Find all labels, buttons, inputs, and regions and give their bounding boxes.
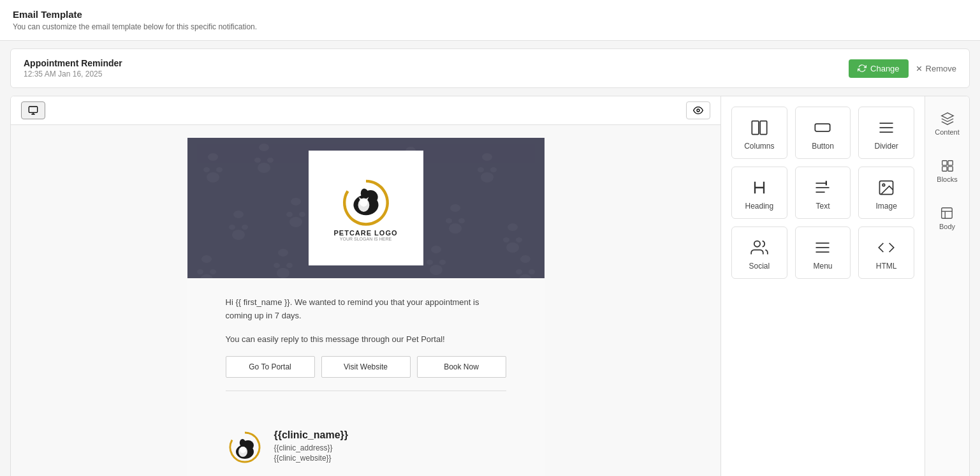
email-footer: {{clinic_name}} {{clinic_address}} {{cli… [187, 419, 545, 476]
canvas-toolbar [11, 96, 720, 125]
svg-point-56 [439, 260, 446, 265]
svg-point-52 [286, 263, 293, 268]
svg-point-26 [233, 211, 244, 218]
email-body-text: Hi {{ first_name }}. We wanted to remind… [226, 296, 506, 323]
email-divider [226, 390, 506, 391]
html-icon [877, 239, 895, 257]
block-html-label: HTML [876, 262, 897, 271]
svg-point-42 [508, 223, 518, 231]
svg-point-11 [254, 158, 261, 163]
svg-point-50 [278, 249, 288, 257]
tab-content-label: Content [935, 128, 960, 136]
tab-content[interactable]: Content [930, 107, 965, 141]
svg-rect-2 [29, 107, 37, 112]
heading-icon-h [750, 179, 768, 197]
remove-button[interactable]: Remove [915, 64, 956, 73]
block-columns[interactable]: Columns [731, 107, 787, 159]
block-html[interactable]: HTML [858, 227, 914, 279]
svg-point-49 [200, 274, 213, 278]
template-name: Appointment Reminder [24, 58, 122, 68]
svg-rect-76 [815, 124, 830, 131]
template-bar: Appointment Reminder 12:35 AM Jan 16, 20… [10, 48, 970, 88]
tab-body[interactable]: Body [934, 201, 960, 235]
tab-blocks[interactable]: Blocks [932, 154, 962, 188]
svg-point-13 [258, 163, 270, 173]
svg-point-44 [516, 237, 522, 242]
svg-point-41 [449, 223, 462, 234]
page-header: Email Template You can customize the ema… [0, 0, 980, 41]
svg-point-59 [516, 269, 522, 274]
svg-point-30 [291, 198, 301, 205]
visit-website-button[interactable]: Visit Website [321, 356, 411, 378]
canvas-area: PETCARE LOGO YOUR SLOGAN IS HERE Hi {{ f… [11, 96, 720, 476]
svg-rect-87 [947, 161, 952, 165]
sidebar: Columns Button Divider [720, 96, 969, 476]
template-actions: Change Remove [849, 59, 956, 78]
svg-point-29 [232, 230, 245, 240]
block-divider[interactable]: Divider [858, 107, 914, 159]
block-button-label: Button [812, 142, 834, 151]
svg-rect-90 [942, 208, 953, 219]
body-tab-icon [940, 206, 954, 220]
block-text[interactable]: Text [795, 167, 851, 219]
menu-icon [814, 239, 831, 257]
svg-rect-74 [752, 121, 759, 135]
svg-rect-89 [947, 167, 952, 171]
sidebar-right-tabs: Content Blocks Body [925, 96, 969, 476]
svg-point-81 [882, 184, 885, 186]
svg-point-45 [506, 242, 519, 253]
svg-point-9 [207, 172, 219, 182]
footer-logo [226, 429, 264, 468]
block-button[interactable]: Button [795, 107, 851, 159]
block-columns-label: Columns [744, 142, 774, 151]
editor-wrapper: PETCARE LOGO YOUR SLOGAN IS HERE Hi {{ f… [10, 96, 970, 476]
block-text-label: Text [815, 202, 830, 211]
block-heading[interactable]: Heading [731, 167, 787, 219]
logo-box: PETCARE LOGO YOUR SLOGAN IS HERE [309, 151, 423, 265]
page-title: Email Template [13, 9, 967, 20]
preview-button[interactable] [686, 101, 710, 119]
svg-point-43 [503, 237, 509, 242]
svg-point-5 [697, 109, 699, 112]
svg-point-25 [481, 172, 494, 182]
block-divider-label: Divider [874, 142, 898, 151]
image-icon [877, 179, 895, 197]
block-heading-label: Heading [745, 202, 773, 211]
block-social[interactable]: Social [731, 227, 787, 279]
svg-point-55 [427, 260, 433, 265]
go-to-portal-button[interactable]: Go To Portal [226, 356, 315, 378]
block-social-label: Social [749, 262, 770, 271]
svg-point-27 [229, 225, 235, 230]
svg-point-38 [450, 204, 460, 212]
email-reply-text: You can easily reply to this message thr… [226, 333, 506, 346]
svg-point-53 [277, 268, 289, 278]
block-image-label: Image [875, 202, 896, 211]
footer-info: {{clinic_name}} {{clinic_address}} {{cli… [274, 429, 506, 463]
svg-point-24 [490, 167, 497, 172]
text-icon [814, 179, 831, 197]
block-menu[interactable]: Menu [795, 227, 851, 279]
block-image[interactable]: Image [858, 167, 914, 219]
page-subtitle: You can customize the email template bel… [13, 22, 967, 31]
svg-point-54 [431, 246, 441, 253]
svg-point-8 [216, 167, 223, 172]
svg-point-33 [289, 217, 302, 227]
svg-point-28 [242, 225, 248, 230]
sidebar-content: Columns Button Divider [721, 96, 925, 476]
svg-point-60 [529, 269, 535, 274]
book-now-button[interactable]: Book Now [417, 356, 506, 378]
email-canvas: PETCARE LOGO YOUR SLOGAN IS HERE Hi {{ f… [11, 125, 720, 476]
svg-point-32 [299, 212, 305, 217]
svg-point-57 [430, 265, 442, 275]
change-button[interactable]: Change [849, 59, 909, 78]
svg-point-58 [520, 255, 530, 263]
divider-icon [877, 119, 895, 137]
svg-point-31 [286, 212, 293, 217]
svg-rect-75 [760, 121, 767, 135]
svg-point-6 [208, 153, 218, 161]
svg-point-10 [259, 144, 269, 151]
svg-point-23 [478, 167, 484, 172]
blocks-tab-icon [940, 159, 954, 173]
desktop-view-button[interactable] [21, 101, 45, 119]
email-banner: PETCARE LOGO YOUR SLOGAN IS HERE [187, 138, 545, 278]
